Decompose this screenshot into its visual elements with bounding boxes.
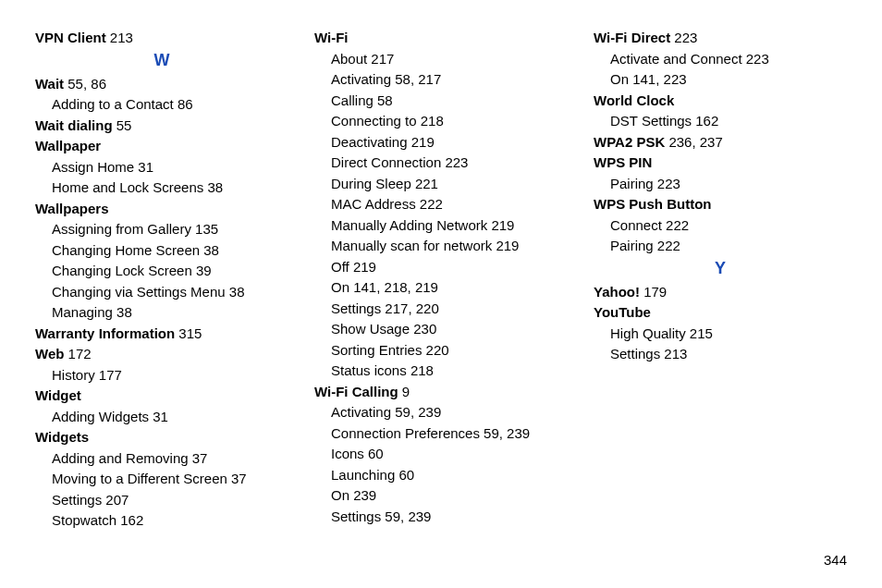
index-pages: 222: [416, 196, 443, 212]
index-subentry: Sorting Entries 220: [314, 340, 568, 361]
index-sub-label: Off: [331, 259, 349, 275]
index-subentry: About 217: [314, 49, 568, 70]
index-sub-label: Settings: [331, 508, 381, 524]
index-sub-label: Pairing: [610, 176, 654, 191]
index-subentry: High Quality 215: [594, 324, 847, 345]
index-term: Wi-Fi Calling: [314, 384, 398, 399]
index-sub-label: Launching: [331, 467, 395, 483]
index-term: WPS Push Button: [594, 196, 712, 212]
index-subentry: MAC Address 222: [314, 194, 568, 215]
index-term: Yahoo!: [594, 284, 640, 300]
section-letter-w: W: [35, 51, 288, 70]
index-pages: 220: [422, 342, 448, 358]
index-sub-label: Show Usage: [331, 321, 410, 337]
index-subentry: Settings 213: [594, 344, 847, 365]
index-sub-label: On: [610, 71, 629, 87]
index-sub-label: Connection Preferences: [331, 425, 480, 441]
index-sub-label: Settings: [610, 346, 660, 361]
index-sub-label: Manually Adding Network: [331, 217, 487, 233]
index-term: YouTube: [594, 304, 651, 320]
index-sub-label: Connect: [610, 217, 662, 233]
index-pages: 315: [175, 325, 202, 341]
index-entry: Yahoo! 179: [594, 282, 847, 303]
index-subentry: Show Usage 230: [314, 319, 568, 340]
index-pages: 179: [640, 284, 667, 300]
index-entry: Warranty Information 315: [35, 324, 288, 345]
index-sub-label: Managing: [52, 304, 113, 320]
index-pages: 60: [364, 446, 384, 461]
index-pages: 59, 239: [391, 404, 441, 420]
index-sub-label: Assign Home: [52, 159, 134, 175]
index-subentry: Activate and Connect 223: [594, 49, 847, 70]
index-sub-label: Connecting to: [331, 113, 417, 129]
index-column-1: VPN Client 213 W Wait 55, 86 Adding to a…: [35, 28, 288, 532]
index-entry: Wallpapers: [35, 199, 288, 220]
index-subentry: During Sleep 221: [314, 174, 568, 195]
index-entry: Wi-Fi Direct 223: [594, 28, 847, 49]
index-term: Wallpapers: [35, 201, 108, 216]
index-entry: Wait 55, 86: [35, 74, 288, 95]
index-pages: 215: [686, 325, 713, 341]
index-term: Wait dialing: [35, 117, 113, 133]
index-pages: 38: [226, 284, 245, 300]
index-sub-label: Adding to a Contact: [52, 96, 174, 112]
page-number: 344: [824, 552, 847, 568]
index-subentry: Off 219: [314, 257, 568, 278]
index-pages: 31: [134, 159, 153, 175]
index-subentry: Adding Widgets 31: [35, 407, 288, 428]
index-sub-label: DST Settings: [610, 113, 692, 129]
index-term: Wi-Fi Direct: [594, 30, 670, 45]
index-subentry: Pairing 222: [594, 236, 847, 257]
index-sub-label: Stopwatch: [52, 512, 116, 528]
index-subentry: Manually scan for network 219: [314, 236, 568, 257]
index-pages: 37: [189, 450, 208, 466]
index-sub-label: Calling: [331, 92, 374, 108]
index-sub-label: Assigning from Gallery: [52, 221, 191, 237]
index-term: WPA2 PSK: [594, 134, 665, 150]
index-subentry: On 141, 218, 219: [314, 277, 568, 299]
index-subentry: Activating 59, 239: [314, 402, 568, 423]
index-sub-label: Pairing: [610, 238, 654, 253]
index-pages: 55: [113, 117, 132, 133]
index-sub-label: Changing Home Screen: [52, 242, 200, 258]
index-sub-label: Home and Lock Screens: [52, 179, 203, 195]
index-pages: 141, 223: [629, 71, 687, 87]
index-pages: 38: [113, 304, 132, 320]
index-subentry: On 239: [314, 485, 568, 507]
index-pages: 219: [408, 134, 435, 150]
index-sub-label: High Quality: [610, 325, 686, 341]
index-columns: VPN Client 213 W Wait 55, 86 Adding to a…: [35, 28, 847, 532]
index-subentry: Adding and Removing 37: [35, 448, 288, 470]
index-pages: 213: [106, 30, 133, 45]
index-entry: WPS PIN: [594, 153, 847, 174]
index-entry: Wait dialing 55: [35, 116, 288, 137]
index-subentry: Manually Adding Network 219: [314, 215, 568, 237]
index-sub-label: History: [52, 367, 95, 383]
index-subentry: Changing via Settings Menu 38: [35, 282, 288, 303]
index-entry: World Clock: [594, 91, 847, 112]
index-pages: 222: [654, 238, 680, 253]
index-subentry: Managing 38: [35, 302, 288, 324]
index-sub-label: On: [331, 279, 349, 295]
index-sub-label: Activating: [331, 71, 391, 87]
index-entry: Web 172: [35, 344, 288, 365]
index-subentry: Home and Lock Screens 38: [35, 178, 288, 199]
index-pages: 177: [95, 367, 122, 383]
index-subentry: Stopwatch 162: [35, 510, 288, 532]
index-pages: 223: [654, 176, 680, 191]
index-term: Widgets: [35, 429, 89, 445]
index-sub-label: Changing via Settings Menu: [52, 284, 226, 300]
index-pages: 236, 237: [665, 134, 723, 150]
index-entry: WPA2 PSK 236, 237: [594, 132, 847, 153]
index-pages: 222: [662, 217, 689, 233]
index-subentry: Adding to a Contact 86: [35, 94, 288, 116]
index-pages: 219: [492, 238, 519, 253]
index-sub-label: Direct Connection: [331, 154, 441, 170]
document-page: VPN Client 213 W Wait 55, 86 Adding to a…: [0, 0, 882, 588]
index-pages: 239: [349, 487, 376, 503]
index-sub-label: About: [331, 51, 367, 67]
index-term: WPS PIN: [594, 154, 652, 170]
index-entry: YouTube: [594, 302, 847, 324]
index-pages: 58: [374, 92, 393, 108]
index-subentry: Calling 58: [314, 91, 568, 112]
